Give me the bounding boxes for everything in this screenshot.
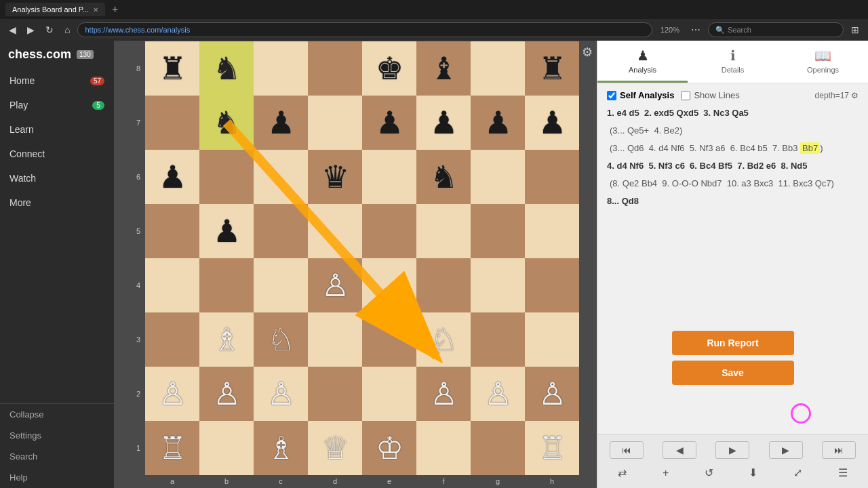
cell-c1[interactable]: ♗ bbox=[254, 421, 308, 475]
cell-e3[interactable] bbox=[362, 312, 416, 367]
cell-a4[interactable] bbox=[145, 258, 199, 312]
sidebar-item-learn[interactable]: Learn bbox=[0, 117, 114, 142]
cell-d6[interactable]: ♛ bbox=[308, 150, 362, 204]
cell-a6[interactable]: ♟ bbox=[145, 150, 199, 204]
cell-g5[interactable] bbox=[471, 204, 525, 258]
sidebar-item-play[interactable]: Play 5 bbox=[0, 93, 114, 117]
cell-h1[interactable]: ♖ bbox=[525, 421, 579, 475]
cell-f8[interactable]: ♝ bbox=[416, 41, 471, 96]
sidebar-help[interactable]: Help bbox=[0, 467, 114, 488]
cell-d8[interactable] bbox=[308, 41, 362, 96]
show-lines-checkbox[interactable] bbox=[681, 91, 690, 100]
address-bar[interactable]: https://www.chess.com/analysis bbox=[77, 22, 652, 37]
cell-e4[interactable] bbox=[362, 258, 416, 312]
cell-g4[interactable] bbox=[471, 258, 525, 312]
cell-g6[interactable] bbox=[471, 150, 525, 204]
cell-d2[interactable] bbox=[308, 367, 362, 421]
tab-close[interactable]: ✕ bbox=[93, 6, 98, 14]
sidebar-search[interactable]: Search bbox=[0, 446, 114, 467]
cell-h4[interactable] bbox=[525, 258, 579, 312]
cell-f6[interactable]: ♞ bbox=[416, 150, 471, 204]
active-tab[interactable]: Analysis Board and P... ✕ bbox=[5, 3, 105, 16]
cell-b8[interactable]: ♞ bbox=[199, 41, 254, 96]
cell-h3[interactable] bbox=[525, 312, 579, 367]
cell-b4[interactable] bbox=[199, 258, 254, 312]
browser-search-bar[interactable]: 🔍 Search bbox=[708, 22, 844, 37]
cell-d5[interactable] bbox=[308, 204, 362, 258]
cell-d1[interactable]: ♕ bbox=[308, 421, 362, 475]
cell-h7[interactable]: ♟ bbox=[525, 96, 579, 150]
cell-e6[interactable] bbox=[362, 150, 416, 204]
cell-c5[interactable] bbox=[254, 204, 308, 258]
sidebar-item-home[interactable]: Home 57 bbox=[0, 68, 114, 93]
cell-a3[interactable] bbox=[145, 312, 199, 367]
run-report-button[interactable]: Run Report bbox=[672, 331, 794, 355]
sidebar-item-more[interactable]: More bbox=[0, 190, 114, 215]
share-button[interactable]: ⤢ bbox=[788, 464, 808, 481]
cell-f2[interactable]: ♙ bbox=[416, 367, 471, 421]
cell-f4[interactable] bbox=[416, 258, 471, 312]
cell-d7[interactable] bbox=[308, 96, 362, 150]
play-button[interactable]: ▶ bbox=[715, 441, 749, 459]
cell-h2[interactable]: ♙ bbox=[525, 367, 579, 421]
bookmarks-button[interactable]: ⊞ bbox=[848, 23, 863, 37]
sidebar-item-watch[interactable]: Watch bbox=[0, 166, 114, 190]
cell-c3[interactable]: ♘ bbox=[254, 312, 308, 367]
cell-f7[interactable]: ♟ bbox=[416, 96, 471, 150]
board-settings-icon[interactable]: ⚙ bbox=[582, 45, 593, 60]
cell-b5[interactable]: ♟ bbox=[199, 204, 254, 258]
tab-openings[interactable]: 📖 Openings bbox=[778, 41, 868, 83]
tab-details[interactable]: ℹ Details bbox=[688, 41, 778, 83]
cell-e5[interactable] bbox=[362, 204, 416, 258]
refresh-button[interactable]: ↻ bbox=[42, 23, 57, 37]
cell-b6[interactable] bbox=[199, 150, 254, 204]
sidebar-item-connect[interactable]: Connect bbox=[0, 142, 114, 166]
sidebar-settings[interactable]: Settings bbox=[0, 425, 114, 446]
next-move-button[interactable]: ▶ bbox=[769, 441, 803, 459]
back-button[interactable]: ◀ bbox=[5, 23, 20, 37]
cell-b2[interactable]: ♙ bbox=[199, 367, 254, 421]
forward-button[interactable]: ▶ bbox=[24, 23, 38, 37]
cell-a5[interactable] bbox=[145, 204, 199, 258]
flip-board-button[interactable]: ⇄ bbox=[612, 464, 632, 481]
cell-a8[interactable]: ♜ bbox=[145, 41, 199, 96]
cell-f3[interactable]: ♘ bbox=[416, 312, 471, 367]
show-lines-checkbox-label[interactable]: Show Lines bbox=[681, 90, 739, 100]
cell-g2[interactable]: ♙ bbox=[471, 367, 525, 421]
chess-board[interactable]: ♜♞♚♝♜♞♟♟♟♟♟♟♛♞♟♙♗♘♘♙♙♙♙♙♙♖♗♕♔♖ bbox=[145, 41, 579, 475]
cell-b1[interactable] bbox=[199, 421, 254, 475]
cell-g1[interactable] bbox=[471, 421, 525, 475]
cell-f1[interactable] bbox=[416, 421, 471, 475]
reset-button[interactable]: ↺ bbox=[699, 464, 719, 481]
cell-g8[interactable] bbox=[471, 41, 525, 96]
cell-f5[interactable] bbox=[416, 204, 471, 258]
cell-e2[interactable] bbox=[362, 367, 416, 421]
sidebar-collapse[interactable]: Collapse bbox=[0, 404, 114, 425]
cell-g7[interactable]: ♟ bbox=[471, 96, 525, 150]
download-button[interactable]: ⬇ bbox=[743, 464, 763, 481]
self-analysis-checkbox-label[interactable]: Self Analysis bbox=[607, 90, 674, 100]
cell-b7[interactable]: ♞ bbox=[199, 96, 254, 150]
cell-b3[interactable]: ♗ bbox=[199, 312, 254, 367]
extensions-button[interactable]: ⋯ bbox=[688, 23, 704, 37]
cell-a2[interactable]: ♙ bbox=[145, 367, 199, 421]
cell-c6[interactable] bbox=[254, 150, 308, 204]
last-move-button[interactable]: ⏭ bbox=[822, 441, 856, 459]
cell-d3[interactable] bbox=[308, 312, 362, 367]
depth-gear-icon[interactable]: ⚙ bbox=[851, 91, 859, 100]
cell-a1[interactable]: ♖ bbox=[145, 421, 199, 475]
cell-a7[interactable] bbox=[145, 96, 199, 150]
menu-button[interactable]: ☰ bbox=[833, 464, 853, 481]
new-tab-button[interactable]: + bbox=[108, 3, 122, 16]
save-button[interactable]: Save bbox=[672, 361, 794, 385]
cell-c2[interactable]: ♙ bbox=[254, 367, 308, 421]
cell-h8[interactable]: ♜ bbox=[525, 41, 579, 96]
home-button[interactable]: ⌂ bbox=[61, 23, 73, 37]
cell-e7[interactable]: ♟ bbox=[362, 96, 416, 150]
prev-move-button[interactable]: ◀ bbox=[663, 441, 696, 459]
cell-c7[interactable]: ♟ bbox=[254, 96, 308, 150]
cell-d4[interactable]: ♙ bbox=[308, 258, 362, 312]
cell-e8[interactable]: ♚ bbox=[362, 41, 416, 96]
cell-h5[interactable] bbox=[525, 204, 579, 258]
tab-analysis[interactable]: ♟ Analysis bbox=[597, 41, 688, 83]
